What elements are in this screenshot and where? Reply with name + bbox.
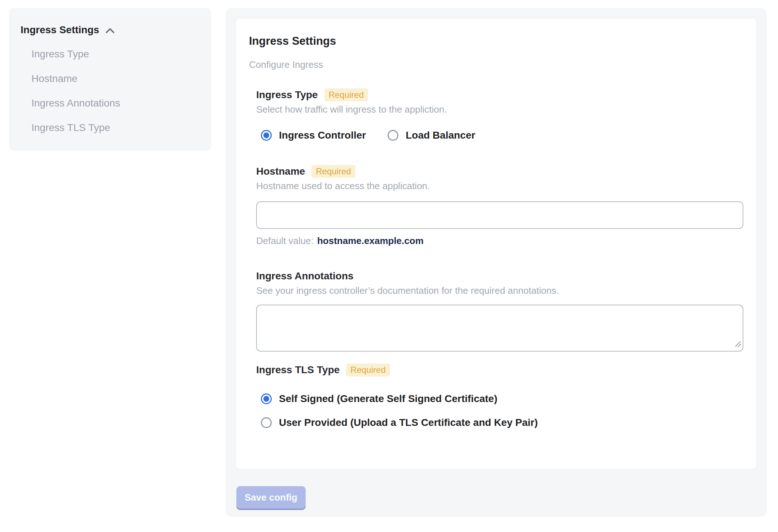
page: Ingress Settings Ingress Type Hostname I…	[0, 0, 778, 517]
hostname-input[interactable]	[256, 201, 743, 229]
section-label: Hostname	[256, 165, 305, 178]
radio-icon	[388, 130, 398, 141]
section-ingress-annotations: Ingress Annotations See your ingress con…	[256, 269, 743, 352]
required-badge: Required	[311, 165, 355, 178]
radio-label: Ingress Controller	[279, 128, 366, 142]
ingress-type-options: Ingress Controller Load Balancer	[261, 128, 743, 142]
radio-option-self-signed[interactable]: Self Signed (Generate Self Signed Certif…	[261, 392, 743, 406]
required-badge: Required	[346, 363, 390, 376]
sidebar-item-ingress-tls-type[interactable]: Ingress TLS Type	[31, 121, 200, 135]
sidebar-card: Ingress Settings Ingress Type Hostname I…	[9, 8, 211, 151]
sidebar-items: Ingress Type Hostname Ingress Annotation…	[31, 47, 200, 135]
section-label: Ingress Annotations	[256, 269, 354, 283]
sidebar-header-ingress-settings[interactable]: Ingress Settings	[21, 23, 200, 37]
page-subtitle: Configure Ingress	[249, 58, 743, 71]
section-description: See your ingress controller’s documentat…	[256, 284, 743, 297]
default-value-text: hostname.example.com	[317, 235, 424, 247]
default-value-label: Default value:	[256, 235, 314, 247]
radio-label: Self Signed (Generate Self Signed Certif…	[279, 392, 497, 406]
sidebar-item-hostname[interactable]: Hostname	[31, 71, 200, 86]
sidebar-header-label: Ingress Settings	[21, 23, 99, 37]
page-title: Ingress Settings	[249, 34, 743, 48]
form-sections: Ingress Type Required Select how traffic…	[256, 88, 743, 429]
save-config-button[interactable]: Save config	[236, 486, 306, 509]
chevron-up-icon	[105, 27, 115, 34]
radio-label: Load Balancer	[406, 128, 475, 142]
settings-panel: Ingress Settings Configure Ingress Ingre…	[226, 8, 767, 517]
required-badge: Required	[324, 88, 368, 101]
section-label: Ingress Type	[256, 88, 318, 102]
sidebar-item-ingress-type[interactable]: Ingress Type	[31, 47, 200, 61]
sidebar-item-ingress-annotations[interactable]: Ingress Annotations	[31, 96, 200, 110]
radio-icon	[261, 417, 272, 428]
ingress-annotations-textarea[interactable]	[256, 305, 743, 352]
radio-option-user-provided[interactable]: User Provided (Upload a TLS Certificate …	[261, 416, 743, 429]
section-ingress-type: Ingress Type Required Select how traffic…	[256, 88, 743, 142]
radio-icon	[261, 393, 272, 404]
section-label: Ingress TLS Type	[256, 363, 340, 377]
radio-option-ingress-controller[interactable]: Ingress Controller	[261, 128, 366, 142]
resize-grip-icon[interactable]	[734, 340, 742, 349]
radio-option-load-balancer[interactable]: Load Balancer	[388, 128, 475, 142]
hostname-default-value: Default value: hostname.example.com	[256, 235, 743, 247]
section-ingress-tls-type: Ingress TLS Type Required Self Signed (G…	[256, 363, 743, 429]
section-description: Hostname used to access the application.	[256, 180, 743, 192]
section-description: Select how traffic will ingress to the a…	[256, 103, 743, 115]
radio-icon	[261, 130, 272, 141]
section-hostname: Hostname Required Hostname used to acces…	[256, 165, 743, 247]
radio-label: User Provided (Upload a TLS Certificate …	[279, 416, 538, 429]
ingress-settings-card: Ingress Settings Configure Ingress Ingre…	[236, 19, 756, 469]
